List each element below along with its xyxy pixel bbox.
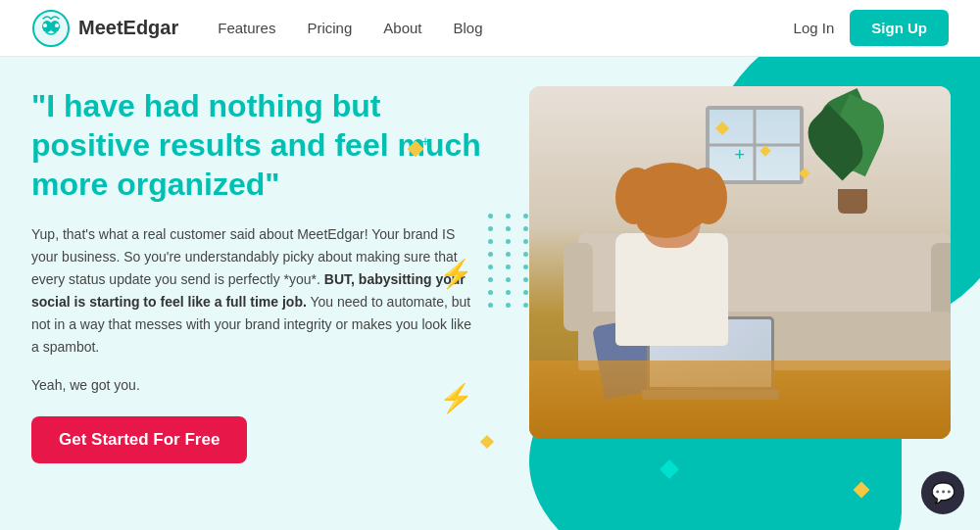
room-window xyxy=(706,106,804,184)
nav-links: Features Pricing About Blog xyxy=(218,20,793,36)
signup-button[interactable]: Sign Up xyxy=(850,10,949,46)
login-button[interactable]: Log In xyxy=(794,20,835,36)
hero-yeah-text: Yeah, we got you. xyxy=(31,377,482,393)
nav-features[interactable]: Features xyxy=(218,20,275,36)
lightning-2: ⚡ xyxy=(439,382,473,414)
chat-button[interactable]: 💬 xyxy=(921,471,964,514)
lightning-1: ⚡ xyxy=(439,258,473,290)
hero-scene xyxy=(529,86,951,439)
chat-icon: 💬 xyxy=(931,481,956,505)
nav-pricing[interactable]: Pricing xyxy=(307,20,352,36)
hero-image xyxy=(529,86,951,439)
logo[interactable]: MeetEdgar xyxy=(31,9,178,48)
nav-right: Log In Sign Up xyxy=(794,10,949,46)
navbar: MeetEdgar Features Pricing About Blog Lo… xyxy=(0,0,980,57)
hero-body-text: Yup, that's what a real customer said ab… xyxy=(31,223,482,360)
plus-2: + xyxy=(421,133,429,149)
nav-about[interactable]: About xyxy=(383,20,421,36)
hero-section: ⚡ ⚡ + + "I have had nothing but positive… xyxy=(0,57,980,530)
plant xyxy=(813,96,892,214)
get-started-button[interactable]: Get Started For Free xyxy=(31,416,247,463)
plus-1: + xyxy=(734,145,745,166)
diamond-4 xyxy=(480,435,494,449)
svg-point-4 xyxy=(55,24,59,27)
meetedgar-logo-icon xyxy=(31,9,71,48)
nav-blog[interactable]: Blog xyxy=(454,20,483,36)
svg-point-3 xyxy=(43,24,47,27)
brand-name: MeetEdgar xyxy=(78,17,178,39)
